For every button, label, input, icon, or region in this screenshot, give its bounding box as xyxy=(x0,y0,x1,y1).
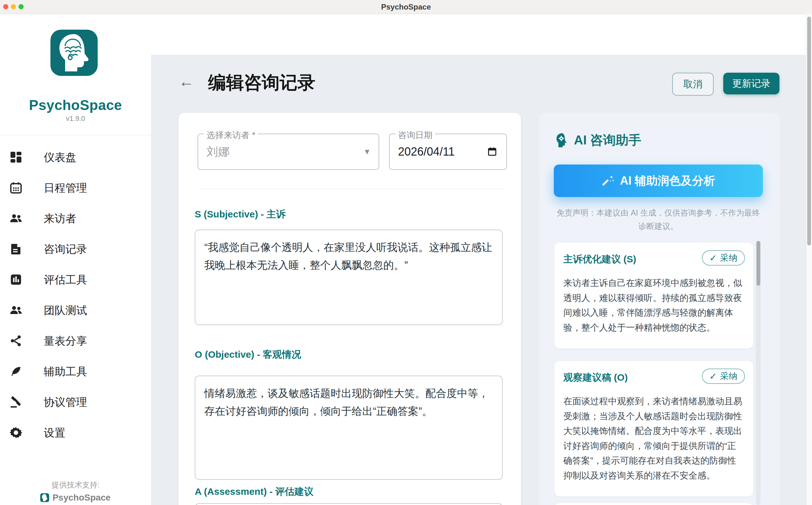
check-icon: ✓ xyxy=(710,371,717,382)
adopt-button[interactable]: ✓ 采纳 xyxy=(702,368,745,384)
calendar-picker-icon[interactable] xyxy=(487,146,497,157)
sidebar-item-agreements[interactable]: 协议管理 xyxy=(0,387,151,417)
window-scrollbar-thumb[interactable] xyxy=(807,17,811,245)
sidebar: PsychoSpace v1.9.0 仪表盘 日程管理 来访者 xyxy=(0,14,151,505)
check-icon: ✓ xyxy=(710,253,717,263)
sidebar-item-scale-share[interactable]: 量表分享 xyxy=(0,326,151,356)
sidebar-item-label: 评估工具 xyxy=(44,264,87,295)
sidebar-item-label: 量表分享 xyxy=(44,326,87,356)
team-test-icon xyxy=(10,304,22,317)
sidebar-item-label: 辅助工具 xyxy=(44,356,87,387)
ai-panel-header: AI 咨询助手 xyxy=(555,131,641,149)
psychology-icon xyxy=(555,133,569,148)
app-logo xyxy=(50,30,98,76)
update-record-button[interactable]: 更新记录 xyxy=(723,73,780,95)
ai-disclaimer: 免责声明：本建议由 AI 生成，仅供咨询参考，不作为最终诊断建议。 xyxy=(554,206,763,233)
sidebar-item-label: 设置 xyxy=(44,417,66,448)
window-title: PsychoSpace xyxy=(0,0,812,14)
records-icon xyxy=(10,242,22,256)
aux-tools-icon xyxy=(10,365,22,378)
objective-textarea[interactable]: 情绪易激惹，谈及敏感话题时出现防御性大笑。配合度中等，存在讨好咨询师的倾向，倾向… xyxy=(195,375,503,480)
settings-icon xyxy=(10,426,22,439)
adopt-label: 采纳 xyxy=(720,252,737,264)
sidebar-item-label: 日程管理 xyxy=(44,172,87,203)
support-brand-label: PsychoSpace xyxy=(52,493,110,503)
ai-analyze-button[interactable]: AI 辅助润色及分析 xyxy=(554,165,763,197)
adopt-label: 采纳 xyxy=(720,370,737,382)
ai-panel-title: AI 咨询助手 xyxy=(574,131,641,149)
support-brand: PsychoSpace xyxy=(0,493,151,503)
suggestion-card-next xyxy=(554,503,753,505)
back-button[interactable]: ← xyxy=(179,74,194,89)
assessment-textarea[interactable] xyxy=(195,503,503,505)
sidebar-item-schedule[interactable]: 日程管理 xyxy=(0,172,151,203)
dashboard-icon xyxy=(10,151,22,164)
sidebar-item-label: 协议管理 xyxy=(44,387,87,417)
form-divider xyxy=(198,189,505,189)
sidebar-item-label: 来访者 xyxy=(44,203,76,234)
sidebar-item-label: 咨询记录 xyxy=(44,234,87,264)
agreement-icon xyxy=(10,396,22,408)
suggestion-title: 主诉优化建议 (S) xyxy=(563,253,636,266)
app-window: PsychoSpace PsychoSpace v1.9.0 xyxy=(0,0,812,505)
sidebar-divider xyxy=(0,135,151,135)
sidebar-menu: 仪表盘 日程管理 来访者 咨询记录 xyxy=(0,142,151,448)
adopt-button[interactable]: ✓ 采纳 xyxy=(702,250,745,266)
macos-titlebar: PsychoSpace xyxy=(0,0,812,14)
cancel-button[interactable]: 取消 xyxy=(672,73,714,96)
ai-analyze-label: AI 辅助润色及分析 xyxy=(620,173,715,189)
page-title: 编辑咨询记录 xyxy=(208,71,315,95)
chevron-down-icon: ▼ xyxy=(363,134,371,169)
magic-wand-icon xyxy=(601,174,614,187)
suggestion-card-subjective: 主诉优化建议 (S) ✓ 采纳 来访者主诉自己在家庭环境中感到被忽视，似透明人，… xyxy=(554,242,753,348)
sidebar-item-aux-tools[interactable]: 辅助工具 xyxy=(0,356,151,387)
app-version: v1.9.0 xyxy=(0,115,151,123)
consult-date-input[interactable]: 咨询日期 2026/04/11 xyxy=(389,134,507,170)
sidebar-item-dashboard[interactable]: 仪表盘 xyxy=(0,142,151,172)
section-heading-assessment: A (Assessment) - 评估建议 xyxy=(195,485,314,498)
visitor-select[interactable]: 选择来访者 * 刘娜 ▼ xyxy=(198,134,379,170)
consult-date-value: 2026/04/11 xyxy=(398,134,455,169)
top-header xyxy=(151,14,812,55)
brand-name: PsychoSpace xyxy=(0,97,151,113)
sidebar-item-label: 仪表盘 xyxy=(44,142,76,172)
sidebar-item-records[interactable]: 咨询记录 xyxy=(0,234,151,264)
window-scrollbar-track[interactable] xyxy=(806,14,812,505)
subjective-textarea[interactable]: “我感觉自己像个透明人，在家里没人听我说话。这种孤立感让我晚上根本无法入睡，整个… xyxy=(195,229,503,325)
suggestion-title: 观察建议稿 (O) xyxy=(563,371,628,384)
section-heading-subjective: S (Subjective) - 主诉 xyxy=(195,208,286,221)
suggestion-body: 在面谈过程中观察到，来访者情绪易激动且易受刺激；当涉及个人敏感话题时会出现防御性… xyxy=(563,394,745,483)
share-icon xyxy=(10,334,22,347)
sidebar-item-settings[interactable]: 设置 xyxy=(0,417,151,448)
suggestion-body: 来访者主诉自己在家庭环境中感到被忽视，似透明人，难以获得倾听。持续的孤立感导致夜… xyxy=(563,276,745,335)
assessment-icon xyxy=(10,273,22,286)
visitor-select-value: 刘娜 xyxy=(207,134,229,169)
ai-assistant-panel: AI 咨询助手 AI 辅助润色及分析 免责声明：本建议由 AI 生成，仅供咨询参… xyxy=(539,113,780,505)
consult-record-form-card: 选择来访者 * 刘娜 ▼ 咨询日期 2026/04/11 S (Subjecti… xyxy=(179,113,521,505)
suggestion-card-objective: 观察建议稿 (O) ✓ 采纳 在面谈过程中观察到，来访者情绪易激动且易受刺激；当… xyxy=(554,361,753,496)
sidebar-item-label: 团队测试 xyxy=(44,295,87,326)
sidebar-item-assessment[interactable]: 评估工具 xyxy=(0,264,151,295)
visitors-icon xyxy=(10,212,22,225)
calendar-icon xyxy=(10,181,22,194)
section-heading-objective: O (Objective) - 客观情况 xyxy=(195,348,301,361)
sidebar-item-visitors[interactable]: 来访者 xyxy=(0,203,151,234)
mini-logo-icon xyxy=(40,493,49,502)
sidebar-item-team-test[interactable]: 团队测试 xyxy=(0,295,151,326)
panel-scrollbar-thumb[interactable] xyxy=(757,241,760,286)
support-label: 提供技术支持: xyxy=(0,480,151,490)
